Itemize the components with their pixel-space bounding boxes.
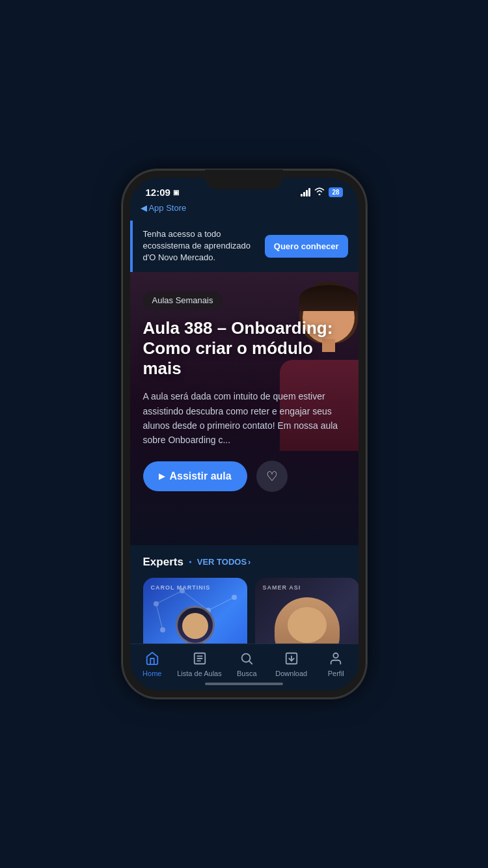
experts-section: Experts ● VER TODOS › [130, 545, 359, 644]
svg-line-14 [250, 661, 252, 664]
notch [205, 170, 283, 189]
app-store-bar: ◀ App Store [130, 202, 359, 218]
battery-badge: 28 [329, 187, 342, 197]
hero-description: A aula será dada com intuito de quem est… [143, 389, 346, 448]
watch-button[interactable]: Assistir aula [143, 461, 247, 491]
status-right: 28 [301, 187, 342, 197]
expert-card-2[interactable]: SAMER ASI ESCRITA PERSUASIVA [255, 578, 359, 644]
perfil-icon [328, 651, 344, 666]
status-indicator-icon: ▣ [173, 189, 179, 196]
home-icon [144, 651, 160, 666]
wifi-icon [314, 187, 325, 197]
tab-perfil-label: Perfil [328, 670, 344, 677]
tab-lista[interactable]: Lista de Aulas [177, 651, 222, 677]
app-store-back[interactable]: ◀ App Store [141, 203, 187, 213]
hero-title: Aula 388 – Onboarding: Como criar o módu… [143, 318, 346, 379]
svg-line-8 [156, 604, 163, 630]
experts-dot: ● [189, 559, 192, 565]
tab-lista-label: Lista de Aulas [177, 670, 222, 677]
lista-icon [192, 651, 208, 666]
banner-cta-button[interactable]: Quero conhecer [265, 235, 348, 258]
expert-label-2: SAMER ASI [263, 584, 301, 591]
phone-screen: 12:09 ▣ 28 [130, 178, 359, 690]
hero-content: Aulas Semanais Aula 388 – Onboarding: Co… [130, 272, 359, 505]
tab-busca-label: Busca [237, 670, 257, 677]
hero-tag: Aulas Semanais [143, 292, 223, 309]
tab-home-label: Home [142, 670, 161, 677]
svg-line-5 [156, 591, 182, 604]
busca-icon [239, 651, 254, 666]
home-indicator [205, 683, 283, 685]
chevron-right-icon: › [248, 557, 251, 567]
svg-point-17 [334, 653, 338, 658]
experts-see-all-link[interactable]: VER TODOS › [197, 557, 251, 567]
experts-title: Experts [143, 556, 183, 569]
tab-download[interactable]: Download [272, 651, 311, 677]
tab-download-label: Download [275, 670, 307, 677]
download-icon [284, 651, 299, 666]
banner-text: Tenha acesso a todo ecossistema de apren… [143, 228, 257, 264]
expert-card-1[interactable]: CAROL MARTINIS Linkedin [143, 578, 247, 644]
favorite-button[interactable]: ♡ [256, 461, 288, 492]
svg-point-13 [242, 654, 251, 662]
status-time: 12:09 ▣ [146, 187, 179, 198]
experts-header: Experts ● VER TODOS › [130, 556, 359, 578]
phone-device: 12:09 ▣ 28 [122, 170, 366, 698]
signal-bars-icon [301, 188, 310, 197]
tab-perfil[interactable]: Perfil [316, 651, 355, 677]
expert-label-1: CAROL MARTINIS [151, 584, 211, 591]
promo-banner: Tenha acesso a todo ecossistema de apren… [130, 221, 359, 272]
tab-busca[interactable]: Busca [227, 651, 266, 677]
hero-actions: Assistir aula ♡ [143, 461, 346, 492]
tab-home[interactable]: Home [133, 651, 172, 677]
experts-scroll-list[interactable]: CAROL MARTINIS Linkedin [130, 578, 359, 644]
content-area[interactable]: Tenha acesso a todo ecossistema de apren… [130, 218, 359, 644]
hero-section: Aulas Semanais Aula 388 – Onboarding: Co… [130, 272, 359, 545]
